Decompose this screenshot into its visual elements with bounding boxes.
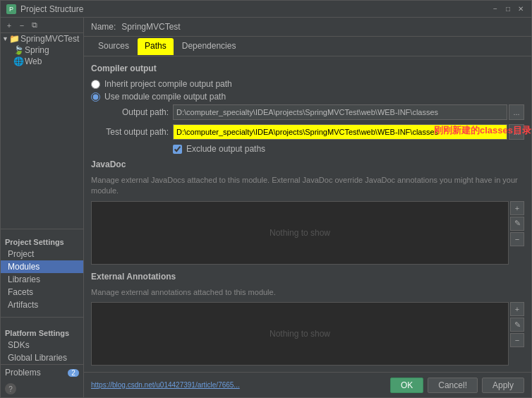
javadoc-add-button[interactable]: + [510,201,524,215]
tabs-row: Sources Paths Dependencies [84,37,531,56]
javadoc-title: JavaDoc [91,159,524,169]
left-separator-2 [1,317,83,318]
left-bottom: Problems 2 ? [1,364,83,397]
tree-item-web[interactable]: 🌐 Web [1,56,83,67]
name-value: SpringMVCTest [121,22,180,32]
exclude-checkbox-label: Exclude output paths [186,144,265,154]
project-structure-window: P Project Structure − □ ✕ + − ⧉ ▼ 📁 Spri… [0,0,532,398]
main-content: + − ⧉ ▼ 📁 SpringMVCTest 🍃 Spring 🌐 Web [1,18,531,397]
add-button[interactable]: + [4,20,15,31]
output-path-row: Output path: ... [91,104,524,120]
radio-inherit[interactable] [91,80,100,89]
javadoc-edit-button[interactable]: ✎ [510,217,524,231]
ext-annotations-side-buttons: + ✎ − [510,302,524,368]
window-icon: P [6,4,16,14]
output-path-input-wrap: ... [173,104,524,120]
exclude-checkbox[interactable] [173,145,182,154]
javadoc-list-wrap: Nothing to show + ✎ − [91,201,524,267]
cancel-button[interactable]: Cancel! [428,378,478,393]
content-area: Compiler output Inherit project compile … [84,56,531,372]
left-separator-1 [1,229,83,229]
compiler-output-title: Compiler output [91,64,524,73]
nav-item-global-libraries[interactable]: Global Libraries [1,351,83,364]
test-output-path-row: Test output path: ... 刚刚新建的classes目录 [91,124,524,140]
remove-button[interactable]: − [16,20,28,31]
radio-group: Inherit project compile output path Use … [91,79,524,102]
bottom-bar: https://blog.csdn.net/u014427391/article… [84,372,531,397]
maximize-button[interactable]: □ [503,4,513,14]
tree-toolbar: + − ⧉ [1,18,83,33]
ext-annotations-edit-button[interactable]: ✎ [510,318,524,332]
output-path-input[interactable] [173,104,507,120]
javadoc-section: JavaDoc Manage external JavaDocs attache… [91,159,524,267]
nav-item-project[interactable]: Project [1,248,83,260]
minimize-button[interactable]: − [490,4,500,14]
ok-button[interactable]: OK [390,378,423,393]
javadoc-remove-button[interactable]: − [510,232,524,246]
ext-annotations-empty-label: Nothing to show [270,329,330,339]
title-bar: P Project Structure − □ ✕ [1,1,531,18]
javadoc-empty-label: Nothing to show [270,228,330,238]
radio-module[interactable] [91,92,100,102]
spring-icon: 🍃 [13,45,23,55]
exclude-checkbox-row: Exclude output paths [173,144,524,154]
ext-annotations-description: Manage external annotations attached to … [91,287,524,298]
tab-sources[interactable]: Sources [91,38,136,55]
tree-web-label: Web [25,56,82,66]
ext-annotations-list: Nothing to show [91,302,509,366]
name-row: Name: SpringMVCTest [84,18,531,37]
title-bar-left: P Project Structure [6,4,83,14]
nav-item-modules[interactable]: Modules [1,260,83,273]
platform-settings-header: Platform Settings [1,326,83,339]
ext-annotations-list-wrap: Nothing to show + ✎ − [91,302,524,368]
problems-badge: 2 [68,369,79,377]
nav-item-sdks[interactable]: SDKs [1,339,83,351]
ext-annotations-title: External Annotations [91,272,524,282]
annotation-text: 刚刚新建的classes目录 [434,124,531,137]
close-button[interactable]: ✕ [516,4,526,14]
javadoc-list: Nothing to show [91,201,509,265]
nav-item-libraries[interactable]: Libraries [1,273,83,286]
left-panel: + − ⧉ ▼ 📁 SpringMVCTest 🍃 Spring 🌐 Web [1,18,84,397]
name-label: Name: [91,22,116,32]
javadoc-description: Manage external JavaDocs attached to thi… [91,175,524,197]
problems-label: Problems [5,368,41,378]
arrow-icon: ▼ [2,35,9,42]
radio-module-label: Use module compile output path [104,92,226,102]
radio-row-inherit: Inherit project compile output path [91,79,524,89]
javadoc-side-buttons: + ✎ − [510,201,524,267]
output-path-label: Output path: [91,107,169,117]
radio-inherit-label: Inherit project compile output path [104,79,232,89]
project-settings-header: Project Settings [1,235,83,248]
tab-paths[interactable]: Paths [138,38,174,55]
test-output-path-label: Test output path: [91,127,169,137]
title-controls: − □ ✕ [490,4,526,14]
tree-spring-label: Spring [25,45,82,55]
tab-dependencies[interactable]: Dependencies [175,38,243,55]
nav-item-artifacts[interactable]: Artifacts [1,298,83,311]
tree-root-label: SpringMVCTest [20,34,82,44]
apply-button[interactable]: Apply [482,378,524,393]
ext-annotations-remove-button[interactable]: − [510,333,524,347]
nav-item-facets[interactable]: Facets [1,286,83,298]
right-panel: Name: SpringMVCTest Sources Paths Depend… [84,18,531,397]
web-icon: 🌐 [13,56,23,66]
tree-item-spring[interactable]: 🍃 Spring [1,44,83,56]
tree-item-root[interactable]: ▼ 📁 SpringMVCTest [1,33,83,44]
ext-annotations-add-button[interactable]: + [510,302,524,316]
help-area: ? [1,380,83,397]
copy-button[interactable]: ⧉ [29,20,40,31]
project-folder-icon: 📁 [9,34,19,44]
window-title: Project Structure [20,4,83,14]
project-tree: ▼ 📁 SpringMVCTest 🍃 Spring 🌐 Web [1,33,83,223]
external-annotations-section: External Annotations Manage external ann… [91,272,524,368]
problems-section[interactable]: Problems 2 [1,364,83,380]
radio-row-module: Use module compile output path [91,92,524,102]
help-icon[interactable]: ? [5,383,16,394]
output-path-browse-button[interactable]: ... [509,104,524,120]
url-hint[interactable]: https://blog.csdn.net/u014427391/article… [91,381,240,389]
